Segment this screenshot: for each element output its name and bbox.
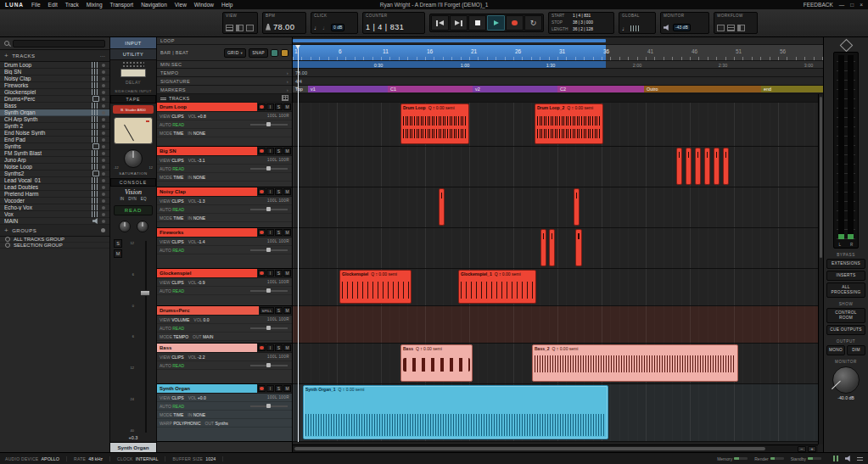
marker-v1[interactable]: v1 — [308, 86, 388, 92]
clip-big-sn[interactable] — [686, 148, 692, 185]
min-sec-ruler[interactable]: 0:301:001:302:002:303:00 — [293, 61, 823, 69]
fireworks-lane[interactable] — [293, 228, 823, 269]
drums-perc-lane[interactable] — [293, 306, 823, 344]
param-value[interactable]: NONE — [193, 412, 205, 417]
track-state-dot[interactable] — [102, 165, 105, 169]
m-button[interactable]: M — [283, 188, 291, 195]
grid-button[interactable]: GRID ▾ — [224, 48, 246, 58]
workflow-icon-2[interactable] — [727, 25, 735, 31]
track-state-dot[interactable] — [102, 118, 105, 121]
m-button[interactable]: M — [283, 385, 291, 392]
volume-slider[interactable] — [250, 405, 288, 407]
clip-noisy-clap[interactable] — [439, 188, 445, 226]
track-state-dot[interactable] — [102, 213, 105, 216]
sidechain-input-label[interactable]: SIDECHAIN INPUT — [110, 87, 156, 95]
marker-outro[interactable]: Outro — [644, 86, 761, 92]
sidebar-track-noisy-clap[interactable]: Noisy Clap — [0, 75, 109, 82]
param-value[interactable]: TIME — [173, 175, 183, 180]
param-value[interactable]: NONE — [193, 215, 205, 221]
param-value[interactable]: Synths — [215, 421, 227, 426]
param-value[interactable]: TEMPO — [173, 334, 188, 339]
param-value[interactable]: CLIPS — [171, 280, 183, 285]
track-state-dot[interactable] — [102, 145, 105, 148]
counter-value[interactable]: 1 | 4 | 831 — [366, 23, 404, 31]
send-knob-2[interactable] — [137, 221, 148, 232]
track-state-dot[interactable] — [102, 84, 105, 87]
drum-loop-lane[interactable]: Drum LoopQ ↕ 0.00 semiDrum Loop_2Q ↕ 0.0… — [293, 103, 823, 147]
s-button[interactable]: S — [275, 307, 283, 314]
track-name-plate[interactable]: Synth Organ — [157, 384, 257, 393]
record-arm-button[interactable] — [258, 103, 266, 110]
loop-row-header[interactable]: LOOP — [157, 37, 292, 45]
sidebar-track-fm-synth-blast[interactable]: FM Synth Blast — [0, 150, 109, 157]
s-button[interactable]: S — [275, 385, 283, 392]
group-all-tracks-group[interactable]: ALL TRACKS GROUP — [0, 237, 109, 243]
bass-lane[interactable]: BassQ ↕ 0.00 semiBass_2Q ↕ 0.00 semi — [293, 344, 823, 384]
record-arm-button[interactable] — [258, 385, 266, 392]
track-name-plate[interactable]: Noisy Clap — [157, 187, 257, 196]
track-state-dot[interactable] — [102, 152, 105, 155]
clip-big-sn[interactable] — [704, 148, 710, 185]
tempo-row-header[interactable]: TEMPO › — [157, 69, 292, 77]
clip-big-sn[interactable] — [723, 148, 729, 185]
track-state-dot[interactable] — [102, 125, 105, 128]
m-button[interactable]: M — [283, 307, 291, 314]
view-grid-icon[interactable] — [246, 25, 254, 31]
sidebar-track-bass[interactable]: Bass — [0, 103, 109, 109]
clip-big-sn[interactable] — [714, 148, 720, 185]
maximize-button[interactable]: □ — [850, 2, 854, 8]
zoom-in-button[interactable]: + — [808, 446, 816, 452]
start-value[interactable]: 1 | 4 | 831 — [573, 14, 591, 20]
fader-value[interactable]: +0.3 — [110, 435, 156, 442]
pan-display[interactable]: 100L 100R — [267, 114, 289, 118]
input-section-button[interactable]: INPUT — [110, 37, 156, 49]
track-state-dot[interactable] — [102, 206, 105, 210]
volume-slider[interactable] — [250, 249, 288, 251]
param-value[interactable]: CLIPS — [171, 114, 183, 119]
track-name-plate[interactable]: Big SN — [157, 147, 257, 155]
monitor-level-badge[interactable]: -43 dB — [673, 24, 691, 31]
clip-drum-loop-2[interactable]: Drum Loop_2Q ↕ 0.00 semi — [535, 103, 603, 144]
synth-organ-lane[interactable]: Synth Organ_1Q ↕ 0.00 semi — [293, 384, 823, 442]
menu-view[interactable]: View — [175, 2, 187, 8]
s-button[interactable]: S — [275, 270, 283, 277]
min-sec-row-header[interactable]: MIN:SEC — [157, 61, 292, 69]
pan-display[interactable]: 100L 100R — [267, 280, 289, 284]
track-state-dot[interactable] — [102, 77, 105, 81]
sidebar-track-fireworks[interactable]: Fireworks — [0, 82, 109, 89]
clip-glockenspiel[interactable]: GlockenspielQ ↕ 0.00 semi — [339, 270, 412, 304]
i-button[interactable]: I — [266, 103, 274, 110]
view-list-icon[interactable] — [226, 25, 233, 31]
dim-button[interactable]: DIM — [847, 345, 865, 355]
marker-end[interactable]: end — [761, 86, 823, 92]
cue-outputs-button[interactable]: CUE OUTPUTS — [826, 325, 865, 335]
go-to-end-button[interactable] — [450, 15, 468, 31]
record-arm-button[interactable] — [258, 229, 266, 236]
param-value[interactable]: READ — [172, 326, 184, 331]
track-name-plate[interactable]: Bass — [157, 344, 257, 352]
magnet-icon[interactable] — [281, 49, 288, 57]
slider-thumb[interactable] — [266, 404, 271, 408]
stop-button[interactable] — [468, 15, 486, 31]
sidebar-track-end-pad[interactable]: End Pad — [0, 137, 109, 143]
bpm-value[interactable]: 78.00 — [273, 22, 294, 31]
status-value[interactable]: INTERNAL — [136, 456, 159, 461]
param-value[interactable]: READ — [172, 248, 184, 253]
param-value[interactable]: CLIPS — [171, 355, 183, 360]
param-value[interactable]: NONE — [193, 175, 205, 180]
track-name-plate[interactable]: Drum Loop — [157, 103, 257, 111]
click-accent-icon[interactable]: ♩ — [322, 25, 328, 31]
slider-thumb[interactable] — [266, 248, 271, 252]
param-value[interactable]: VOLUME — [171, 317, 189, 322]
pan-display[interactable]: 100L 100R — [267, 239, 289, 243]
track-name-plate[interactable]: Drums+Perc — [157, 306, 259, 315]
click-note-icon[interactable]: ♩ — [314, 25, 320, 31]
global-tempo-icon[interactable]: ♩ — [622, 25, 628, 31]
param-value[interactable]: READ — [172, 207, 184, 212]
pan-display[interactable]: 100L 100R — [267, 317, 289, 321]
loop-range-bar[interactable] — [293, 39, 606, 42]
glockenspiel-lane[interactable]: GlockenspielQ ↕ 0.00 semiGlockenspiel_1Q… — [293, 269, 823, 306]
click-level-badge[interactable]: 0 dB — [331, 24, 344, 31]
sidebar-track-synths[interactable]: Synths — [0, 143, 109, 150]
param-value[interactable]: TIME — [173, 215, 183, 221]
